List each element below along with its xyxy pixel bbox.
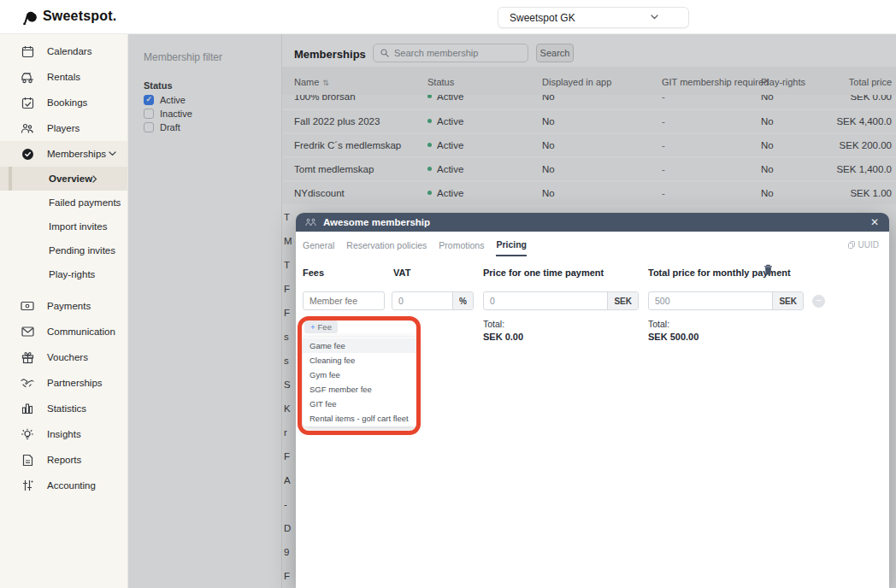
percent-suffix: % [452, 292, 473, 309]
fee-name-input[interactable] [303, 291, 385, 310]
sidebar-item-label: Communication [47, 326, 115, 337]
remove-fee-icon[interactable]: − [812, 295, 825, 308]
sidebar-item-label: Partnerships [47, 378, 103, 388]
add-fee-label: Fee [318, 322, 332, 332]
sidebar-item-bookings[interactable]: Bookings [0, 90, 127, 115]
sidebar-item-label: Players [47, 123, 80, 133]
sidebar-item-calendars[interactable]: Calendars [0, 38, 127, 64]
tab-reservation-policies[interactable]: Reservation policies [346, 236, 427, 256]
sidebar-subitem-play-rights[interactable]: Play-rights [0, 262, 127, 286]
sidebar-item-memberships[interactable]: Memberships [0, 141, 127, 167]
vat-input[interactable]: % [392, 291, 474, 310]
modal-tabs: General Reservation policies Promotions … [303, 235, 527, 256]
club-selector[interactable]: Sweetspot GK [498, 7, 689, 28]
golf-cart-icon [21, 70, 34, 84]
modal-title: Awesome membership [323, 217, 430, 227]
currency-suffix: SEK [607, 292, 638, 309]
sidebar-subitem-overview[interactable]: Overview [0, 167, 127, 191]
tab-pricing[interactable]: Pricing [496, 235, 527, 256]
chevron-down-icon [651, 15, 658, 20]
monthly-total-value: SEK 500.00 [648, 332, 699, 342]
onetime-price-input[interactable]: SEK [483, 291, 639, 310]
sidebar-item-label: Memberships [47, 149, 106, 159]
fee-option-git-fee[interactable]: GIT fee [303, 397, 417, 411]
fee-option-gym-fee[interactable]: Gym fee [303, 368, 417, 382]
sidebar-item-communication[interactable]: Communication [0, 319, 127, 344]
pricing-col-vat: VAT [393, 268, 410, 278]
gift-icon [21, 350, 34, 364]
sidebar-subitem-label: Play-rights [49, 269, 95, 279]
sidebar-item-label: Reports [47, 455, 81, 465]
sliders-icon [21, 479, 34, 492]
sidebar-item-statistics[interactable]: Statistics [0, 396, 127, 421]
people-icon [21, 121, 34, 135]
sidebar-item-reports[interactable]: Reports [0, 447, 127, 473]
sidebar-item-label: Payments [47, 301, 91, 311]
currency-suffix: SEK [772, 292, 803, 309]
tab-general[interactable]: General [303, 236, 334, 256]
envelope-icon [21, 325, 34, 338]
sidebar-item-label: Statistics [47, 403, 86, 414]
trash-icon[interactable] [763, 264, 773, 275]
monthly-price-input[interactable]: SEK [648, 291, 804, 310]
uuid-label: UUID [858, 240, 879, 250]
monthly-price-field[interactable] [649, 292, 772, 309]
app-logo: Sweetspot. [22, 8, 116, 25]
membership-modal: Awesome membership ✕ General Reservation… [296, 213, 889, 588]
pricing-col-onetime: Price for one time payment [483, 268, 604, 278]
fee-name-field[interactable] [304, 292, 384, 309]
sidebar-item-label: Calendars [47, 46, 91, 56]
sidebar-item-players[interactable]: Players [0, 115, 127, 141]
fee-option-cleaning-fee[interactable]: Cleaning fee [303, 353, 417, 368]
sidebar-item-label: Insights [47, 429, 81, 439]
sidebar-item-label: Vouchers [47, 352, 88, 362]
sidebar-item-label: Bookings [47, 97, 87, 108]
sidebar-item-label: Rentals [47, 72, 80, 82]
sidebar-item-insights[interactable]: Insights [0, 421, 127, 447]
memberships-submenu: Overview Failed payments Import invites … [0, 167, 127, 286]
close-icon[interactable]: ✕ [870, 215, 879, 229]
chevron-right-icon [92, 175, 97, 183]
onetime-total-value: SEK 0.00 [483, 332, 523, 342]
club-selector-value: Sweetspot GK [510, 12, 575, 24]
add-fee-button[interactable]: + Fee [304, 320, 338, 333]
badge-check-icon [21, 147, 34, 161]
sidebar-item-vouchers[interactable]: Vouchers [0, 344, 127, 370]
sweetspot-logo-icon [22, 8, 37, 25]
fee-dropdown: Game fee Cleaning fee Gym fee SGF member… [303, 338, 417, 426]
topbar: Sweetspot. Sweetspot GK [0, 0, 896, 34]
chevron-down-icon [109, 151, 116, 156]
sidebar-subitem-label: Overview [49, 173, 92, 184]
calendar-icon [21, 44, 34, 58]
sidebar-item-label: Accounting [47, 480, 96, 491]
sidebar-subitem-failed-payments[interactable]: Failed payments [0, 191, 127, 215]
onetime-price-field[interactable] [484, 292, 607, 309]
sidebar: Calendars Rentals Bookings Players Membe… [0, 34, 128, 588]
sidebar-subitem-pending-invites[interactable]: Pending invites [0, 238, 127, 262]
sidebar-subitem-import-invites[interactable]: Import invites [0, 215, 127, 238]
calendar-check-icon [21, 96, 34, 109]
plus-icon: + [310, 322, 315, 332]
app-logo-text: Sweetspot. [43, 9, 116, 24]
bar-chart-icon [21, 402, 34, 415]
sidebar-subitem-label: Import invites [49, 221, 107, 232]
fee-option-sgf-member-fee[interactable]: SGF member fee [303, 382, 417, 397]
report-icon [21, 453, 34, 467]
tab-promotions[interactable]: Promotions [439, 236, 484, 256]
fee-option-game-fee[interactable]: Game fee [303, 338, 417, 353]
monthly-total-label: Total: [648, 319, 669, 329]
sidebar-item-payments[interactable]: Payments [0, 293, 127, 319]
banknote-icon [21, 299, 34, 313]
sidebar-item-rentals[interactable]: Rentals [0, 64, 127, 90]
sidebar-item-accounting[interactable]: Accounting [0, 473, 127, 498]
vat-field[interactable] [392, 292, 452, 309]
sidebar-item-partnerships[interactable]: Partnerships [0, 370, 127, 396]
modal-header: Awesome membership ✕ [296, 213, 889, 232]
sidebar-subitem-label: Pending invites [49, 245, 115, 256]
copy-icon [848, 241, 855, 249]
uuid-button[interactable]: UUID [848, 240, 879, 250]
onetime-total-label: Total: [483, 319, 504, 329]
sidebar-subitem-label: Failed payments [49, 197, 121, 208]
fee-option-rental-items[interactable]: Rental items - golf cart fleet [303, 411, 417, 426]
lightbulb-icon [21, 427, 34, 441]
